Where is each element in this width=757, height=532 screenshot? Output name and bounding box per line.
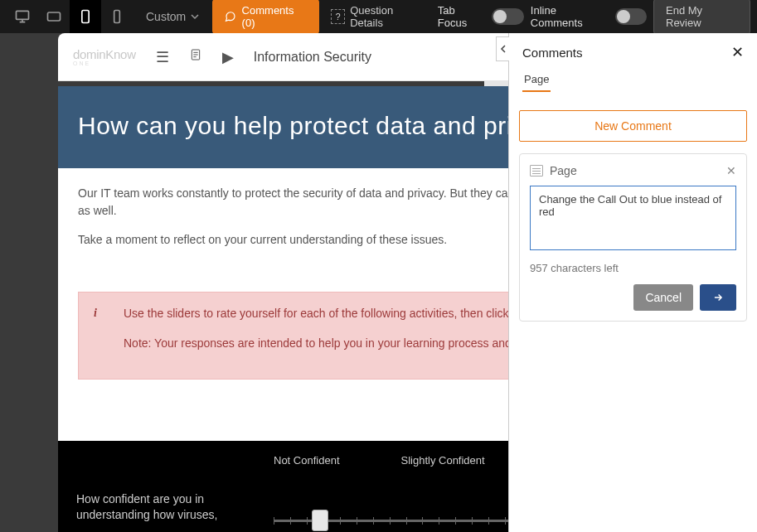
viewport-preset-select[interactable]: Custom [139,10,206,23]
arrow-right-icon [711,292,725,303]
inline-comments-label: Inline Comments [531,4,609,29]
page-icon [530,165,543,177]
character-count: 957 characters left [530,262,736,274]
survey-question: How confident are you in understanding h… [76,491,242,524]
desktop-icon[interactable] [7,0,38,33]
comments-button[interactable]: Comments (0) [212,0,319,34]
inline-comments-toggle[interactable] [615,8,647,25]
info-icon: i [94,304,97,322]
tab-focus-toggle-group: Tab Focus [438,4,524,29]
slider-handle[interactable] [312,510,328,531]
comments-panel: Comments ✕ Page New Comment Page ✕ 957 c… [508,33,757,532]
inline-comments-toggle-group: Inline Comments [531,4,647,29]
confidence-label: Slightly Confident [401,454,485,467]
tablet-landscape-icon[interactable] [38,0,70,33]
question-details-label: Question Details [350,4,426,29]
page-icon[interactable] [189,47,202,66]
svg-rect-1 [48,12,61,21]
svg-rect-2 [82,11,89,23]
logo-subtext: ONE [73,60,136,66]
comment-target-label: Page [550,164,577,177]
logo-text: dominKnow [73,47,136,61]
viewport-preset-label: Custom [146,10,186,23]
comment-card: Page ✕ 957 characters left Cancel [519,153,747,322]
collapse-panel-button[interactable] [496,36,509,61]
play-icon[interactable]: ▶ [222,48,234,66]
dismiss-comment-icon[interactable]: ✕ [726,164,736,177]
confidence-label: Not Confident [274,454,340,467]
end-review-button[interactable]: End My Review [653,0,750,35]
tab-focus-toggle[interactable] [492,8,523,25]
tablet-portrait-icon[interactable] [70,0,101,33]
svg-rect-3 [114,11,120,23]
cancel-button[interactable]: Cancel [633,284,693,311]
question-icon: ? [331,9,345,24]
comment-card-header: Page ✕ [530,164,736,177]
comments-tabs: Page [509,68,757,92]
question-details-button[interactable]: ? Question Details [326,4,431,29]
comments-panel-header: Comments ✕ [509,33,757,68]
close-icon[interactable]: ✕ [731,43,744,61]
svg-rect-0 [17,11,29,19]
menu-icon[interactable]: ☰ [156,48,169,66]
submit-button[interactable] [700,284,736,311]
phone-icon[interactable] [101,0,133,33]
page-title: Information Security [254,50,371,65]
chevron-down-icon [191,12,199,21]
tab-page[interactable]: Page [522,68,551,92]
brand-logo: dominKnow ONE [73,47,136,66]
speech-bubble-icon [224,11,236,22]
comments-button-label: Comments (0) [242,4,308,29]
chevron-left-icon [500,45,507,53]
comment-actions: Cancel [530,284,736,311]
tab-focus-label: Tab Focus [438,4,486,29]
comments-panel-title: Comments [522,46,583,60]
new-comment-button[interactable]: New Comment [519,110,747,142]
top-toolbar: Custom Comments (0) ? Question Details T… [0,0,757,33]
comment-textarea[interactable] [530,186,736,250]
device-switcher [7,0,133,33]
